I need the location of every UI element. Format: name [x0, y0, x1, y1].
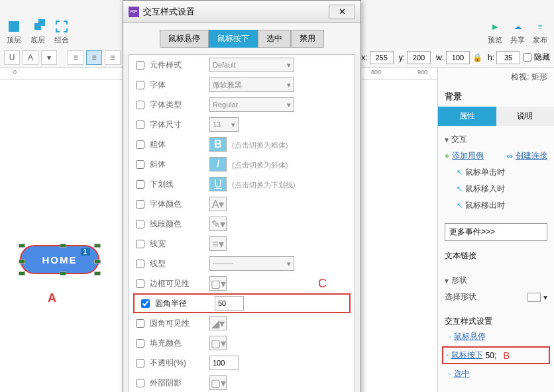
layer-bottom-button[interactable]: 底层: [30, 19, 45, 45]
line-color-button[interactable]: ▾: [41, 50, 57, 65]
row-outer-shadow: 外部阴影▢▾: [129, 373, 355, 392]
font-color-picker[interactable]: A▾: [209, 197, 227, 211]
w-field[interactable]: w:: [436, 51, 470, 64]
align-right-button[interactable]: ≡: [105, 50, 121, 65]
preview-button[interactable]: ▶预览: [488, 19, 502, 45]
row-fill: 填充颜色▢▾: [129, 333, 355, 353]
select-shape-label: 选择形状: [445, 291, 476, 303]
annotation-a: A: [48, 291, 56, 305]
add-case-link[interactable]: 添加用例: [452, 150, 484, 162]
radius-input[interactable]: [215, 296, 244, 311]
x-field[interactable]: x:: [361, 51, 393, 64]
annotation-c: C: [318, 277, 327, 291]
opacity-input[interactable]: [209, 356, 239, 370]
font-type-select[interactable]: Regular▾: [209, 97, 294, 112]
shape-label: 形状: [451, 275, 467, 286]
app-icon: RP: [129, 7, 139, 17]
row-font-type: 字体类型Regular▾: [129, 95, 355, 115]
font-size-select[interactable]: 13▾: [209, 117, 239, 132]
italic-toggle[interactable]: I: [209, 157, 227, 172]
annotation-b: B: [503, 350, 510, 361]
interaction-style-dialog: RP 交互样式设置 ✕ 鼠标悬停 鼠标按下 选中 禁用 元件样式Default▾…: [123, 0, 361, 392]
line-width-select[interactable]: ≡▾: [209, 236, 227, 251]
row-line-width: 线宽≡▾: [129, 234, 355, 254]
more-events-button[interactable]: 更多事件>>>: [445, 223, 547, 241]
row-underline: 下划线U(点击切换为下划线): [129, 174, 355, 194]
row-font-color: 字体颜色A▾: [129, 194, 355, 214]
layer-top-button[interactable]: 顶层: [7, 19, 21, 45]
group-button[interactable]: 组合: [54, 19, 69, 45]
share-button[interactable]: ☁共享: [510, 19, 525, 45]
row-opacity: 不透明(%): [129, 353, 355, 373]
row-font: 字体微软雅黑▾: [129, 75, 355, 95]
row-line-type: 线型────▾: [129, 254, 355, 273]
dialog-title: 交互样式设置: [143, 6, 195, 18]
hide-checkbox[interactable]: [523, 53, 531, 62]
tab-description[interactable]: 说明: [496, 107, 555, 126]
style-hover-link[interactable]: 鼠标悬停: [454, 331, 486, 342]
row-font-size: 字体尺寸13▾: [129, 115, 355, 134]
hide-label: 隐藏: [534, 52, 550, 63]
y-field[interactable]: y:: [399, 51, 431, 64]
row-line-color: 线段颜色✎▾: [129, 214, 355, 234]
create-link[interactable]: 创建连接: [516, 150, 547, 162]
style-selected-link[interactable]: 选中: [454, 368, 470, 379]
style-mousedown-link[interactable]: 鼠标按下: [451, 350, 483, 361]
badge: 1: [81, 248, 90, 256]
dialog-titlebar[interactable]: RP 交互样式设置 ✕: [123, 1, 360, 23]
textlink-label: 文本链接: [438, 245, 554, 267]
row-italic: 斜体I(点击切换为斜体): [129, 154, 355, 174]
row-radius-visibility: 圆角可见性◢▾: [129, 313, 355, 333]
line-type-select[interactable]: ────▾: [209, 256, 294, 271]
interact-label: 交互: [451, 134, 467, 145]
border-vis-toggle[interactable]: ▢▾: [209, 276, 227, 291]
align-left-button[interactable]: ≡: [68, 50, 83, 65]
tab-selected[interactable]: 选中: [258, 30, 291, 48]
font-select[interactable]: 微软雅黑▾: [209, 77, 294, 92]
fill-color-picker[interactable]: ▢▾: [209, 336, 227, 350]
row-element-style: 元件样式Default▾: [129, 55, 355, 75]
tab-mousedown[interactable]: 鼠标按下: [209, 30, 258, 48]
outer-shadow-toggle[interactable]: ▢▾: [209, 375, 227, 390]
line-color-picker[interactable]: ✎▾: [209, 217, 227, 231]
dialog-body: 元件样式Default▾ 字体微软雅黑▾ 字体类型Regular▾ 字体尺寸13…: [129, 54, 355, 392]
underline-toggle[interactable]: U: [209, 177, 227, 191]
publish-button[interactable]: ≡发布: [533, 19, 547, 45]
background-section: 背景: [438, 87, 554, 107]
radius-vis-toggle[interactable]: ◢▾: [209, 316, 227, 330]
text-color-button[interactable]: A: [23, 50, 38, 65]
tab-disabled[interactable]: 禁用: [291, 30, 324, 48]
underline-button[interactable]: U: [4, 50, 20, 65]
event-mouseout[interactable]: 鼠标移出时: [465, 200, 505, 211]
inspect-label: 检视: 矩形: [438, 68, 554, 87]
row-corner-radius: 圆角半径: [133, 293, 351, 313]
row-bold: 粗体B(点击切换为粗体): [129, 134, 355, 154]
tab-properties[interactable]: 属性: [438, 107, 496, 126]
bold-toggle[interactable]: B: [209, 137, 227, 152]
radius-checkbox[interactable]: [141, 299, 150, 308]
element-style-select[interactable]: Default▾: [209, 58, 294, 72]
event-mousein[interactable]: 鼠标移入时: [465, 183, 505, 195]
home-shape[interactable]: HOME 1: [20, 245, 99, 274]
close-button[interactable]: ✕: [329, 5, 355, 19]
right-panel: 检视: 矩形 背景 属性 说明 ▾ 交互 + 添加用例 ⇔ 创建连接 ↖ 鼠标单…: [437, 68, 554, 392]
tab-hover[interactable]: 鼠标悬停: [160, 30, 209, 48]
event-click[interactable]: 鼠标单击时: [465, 167, 505, 178]
h-field[interactable]: h:: [488, 51, 520, 64]
annotation-box-b: ▫ 鼠标按下 50; B: [442, 346, 550, 364]
style-section-label: 交互样式设置: [438, 311, 554, 328]
align-center-button[interactable]: ≡: [86, 50, 102, 65]
